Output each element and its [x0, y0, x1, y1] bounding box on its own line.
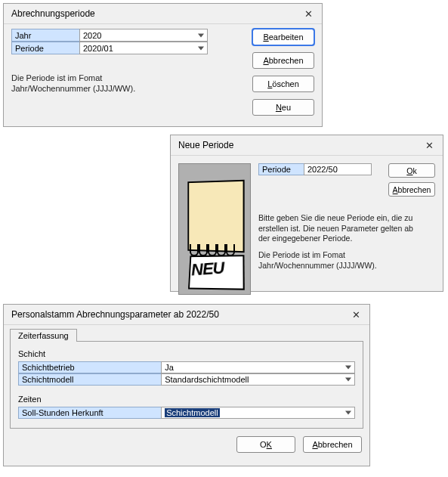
dialog-abrechnungsperiode: Abrechnungsperiode ✕ Jahr 2020 Periode 2…: [3, 3, 323, 127]
target-hours-source-label: Soll-Stunden Herkunft: [18, 407, 161, 419]
dialog-title: Neue Periode: [178, 140, 422, 150]
ok-button[interactable]: OK: [236, 436, 295, 453]
instruction-text: Bitte geben Sie die neue Periode ein, di…: [258, 213, 417, 244]
target-hours-source-combo[interactable]: Schichtmodell: [161, 407, 355, 419]
shift-op-combo[interactable]: Ja: [161, 361, 355, 373]
year-combo[interactable]: 2020: [79, 29, 208, 42]
shift-op-label: Schichtbetrieb: [18, 361, 161, 373]
dialog-personalstamm: Personalstamm Abrechnungsparameter ab 20…: [3, 304, 370, 466]
shift-op-value: Ja: [165, 363, 174, 372]
cancel-button[interactable]: Abbrechen: [388, 182, 435, 197]
titlebar: Abrechnungsperiode ✕: [4, 4, 322, 24]
section-schicht: Schicht: [18, 349, 355, 358]
shift-model-combo[interactable]: Standardschichtmodell: [161, 373, 355, 386]
cancel-button[interactable]: Abbrechen: [303, 436, 362, 453]
period-label: Periode: [11, 42, 79, 54]
close-icon[interactable]: ✕: [348, 308, 363, 321]
ok-button[interactable]: Ok: [388, 163, 435, 178]
period-input[interactable]: 2022/50: [304, 163, 372, 175]
year-value: 2020: [83, 31, 101, 40]
cancel-button[interactable]: Abbrechen: [252, 52, 314, 69]
calendar-neu-icon: NEU: [178, 163, 251, 295]
delete-button[interactable]: Löschen: [252, 76, 314, 92]
titlebar: Personalstamm Abrechnungsparameter ab 20…: [4, 305, 369, 325]
new-button[interactable]: Neu: [252, 99, 314, 116]
shift-model-label: Schichtmodell: [18, 373, 161, 386]
titlebar: Neue Periode ✕: [171, 135, 443, 156]
tab-strip: Zeiterfassung: [10, 328, 363, 341]
tab-zeiterfassung[interactable]: Zeiterfassung: [10, 329, 77, 342]
period-value: 2020/01: [83, 44, 113, 53]
tab-panel: Schicht Schichtbetrieb Ja Schichtmodell …: [10, 341, 363, 429]
close-icon[interactable]: ✕: [422, 138, 437, 152]
format-hint: Die Periode ist im Fomat Jahr/Wochennumm…: [258, 250, 417, 271]
target-hours-source-value: Schichtmodell: [165, 408, 219, 417]
dialog-neue-periode: Neue Periode ✕ NEU Periode 2022/50: [170, 135, 443, 292]
period-label: Periode: [258, 163, 304, 175]
dialog-title: Personalstamm Abrechnungsparameter ab 20…: [11, 309, 348, 320]
year-label: Jahr: [11, 29, 79, 42]
section-zeiten: Zeiten: [18, 395, 355, 404]
close-icon[interactable]: ✕: [301, 7, 316, 20]
edit-button[interactable]: Bearbeiten: [252, 29, 314, 45]
dialog-title: Abrechnungsperiode: [11, 8, 301, 19]
period-combo[interactable]: 2020/01: [79, 42, 208, 54]
period-value: 2022/50: [307, 165, 338, 174]
shift-model-value: Standardschichtmodell: [165, 375, 249, 384]
